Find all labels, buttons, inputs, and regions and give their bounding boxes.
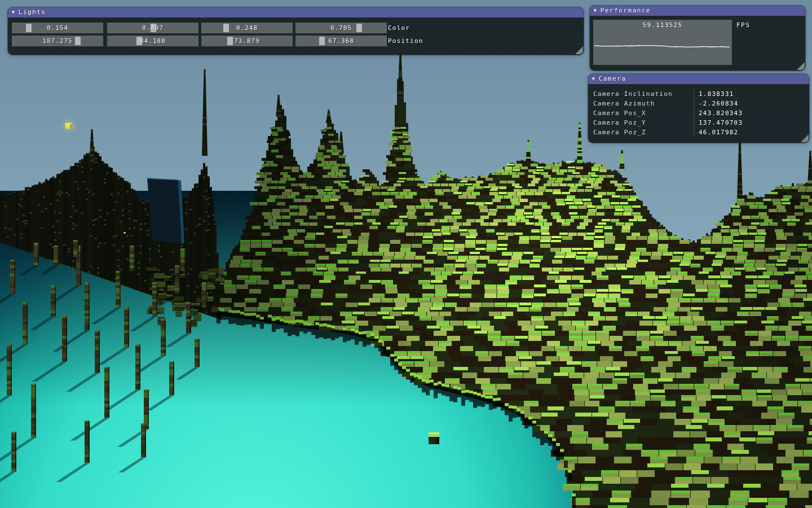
slider-value: 0.248 [201, 23, 293, 33]
camera-row-label: Camera Pos_X [593, 108, 694, 118]
camera-row: Camera Inclination 1.838331 [593, 89, 806, 99]
performance-panel-header[interactable]: ▼ Performance [590, 6, 805, 16]
slider-value: 73.879 [201, 36, 293, 46]
camera-row: Camera Pos_X 243.820343 [593, 108, 806, 118]
fps-label: FPS [736, 21, 750, 29]
fps-value: 59.113525 [593, 21, 732, 29]
camera-row-value[interactable]: 1.838331 [694, 89, 734, 99]
fps-graph[interactable]: 59.113525 [593, 20, 732, 65]
camera-row-label: Camera Poz_Y [593, 118, 694, 128]
camera-panel: ▼ Camera Camera Inclination 1.838331 Cam… [588, 74, 809, 143]
camera-row-value[interactable]: 46.017982 [694, 128, 738, 137]
light-color-slider-1[interactable]: 0.154 [12, 23, 103, 33]
resize-handle[interactable] [575, 46, 583, 54]
lights-panel-header[interactable]: ▼ Lights [8, 7, 584, 17]
camera-row-value[interactable]: 243.820343 [694, 108, 743, 118]
camera-panel-header[interactable]: ▼ Camera [588, 74, 809, 84]
app-window: ▼ Lights 0.154 0.497 0.248 0.705 18 [0, 0, 812, 508]
collapse-icon[interactable]: ▼ [594, 6, 597, 16]
collapse-icon[interactable]: ▼ [592, 74, 595, 84]
camera-row-value[interactable]: -2.260834 [694, 99, 738, 108]
color-row-label: Color [388, 23, 410, 33]
light-position-slider-4[interactable]: 67.368 [295, 36, 387, 46]
performance-panel: ▼ Performance 59.113525 FPS [590, 6, 805, 71]
camera-row-value[interactable]: 137.470703 [694, 118, 743, 128]
slider-value: 0.154 [12, 23, 103, 33]
camera-row-label: Camera Azimuth [593, 99, 694, 108]
resize-handle[interactable] [797, 62, 805, 70]
slider-value: 0.497 [107, 23, 198, 33]
camera-row: Camera Poz_Z 46.017982 [593, 128, 806, 137]
light-color-slider-2[interactable]: 0.497 [107, 23, 198, 33]
slider-value: 84.188 [107, 36, 198, 46]
column-divider [694, 89, 694, 138]
lights-panel: ▼ Lights 0.154 0.497 0.248 0.705 18 [8, 7, 584, 55]
collapse-icon[interactable]: ▼ [12, 7, 15, 17]
light-position-slider-2[interactable]: 84.188 [107, 36, 198, 46]
camera-row: Camera Poz_Y 137.470703 [593, 118, 806, 128]
light-position-slider-3[interactable]: 73.879 [201, 36, 293, 46]
camera-row-label: Camera Inclination [593, 89, 694, 99]
panel-title: Camera [599, 74, 626, 84]
camera-row: Camera Azimuth -2.260834 [593, 99, 806, 108]
camera-readouts: Camera Inclination 1.838331 Camera Azimu… [593, 89, 806, 137]
light-color-slider-4[interactable]: 0.705 [295, 23, 387, 33]
light-color-slider-3[interactable]: 0.248 [201, 23, 293, 33]
resize-handle[interactable] [801, 134, 809, 142]
slider-value: 187.275 [12, 36, 103, 46]
light-position-slider-1[interactable]: 187.275 [12, 36, 103, 46]
panel-title: Performance [601, 6, 651, 16]
position-row-label: Position [388, 36, 423, 46]
slider-value: 67.368 [295, 36, 387, 46]
camera-row-label: Camera Poz_Z [593, 128, 694, 137]
slider-value: 0.705 [295, 23, 387, 33]
panel-title: Lights [19, 7, 46, 17]
